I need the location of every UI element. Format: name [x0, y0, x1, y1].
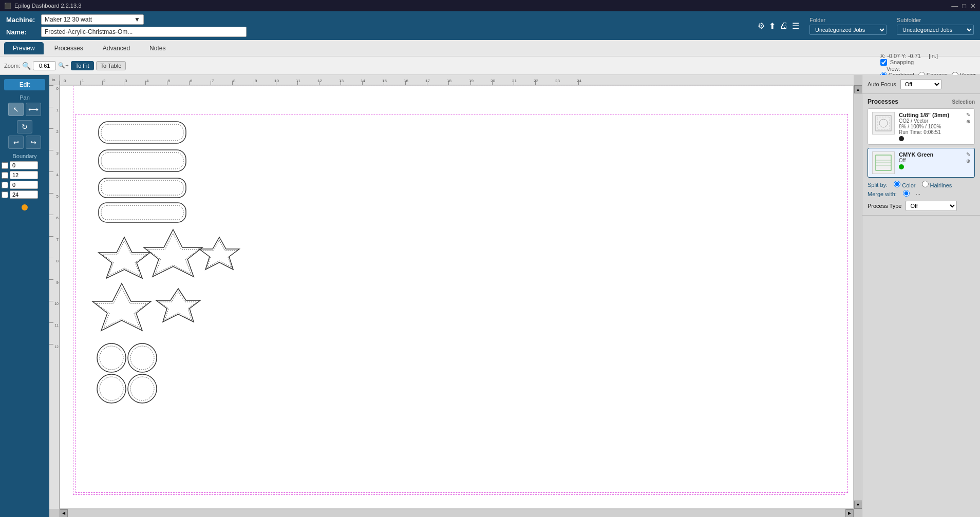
maximize-button[interactable]: □ — [962, 2, 966, 10]
tab-advanced[interactable]: Advanced — [94, 42, 139, 54]
vscroll-up-btn[interactable]: ▲ — [854, 85, 862, 93]
proc-sub1-1: CO2 / Vector — [899, 118, 962, 124]
boundary-row-3 — [2, 190, 48, 199]
folder-panel: Folder Uncategorized Jobs Subfolder Unca… — [809, 17, 974, 35]
process-card-1[interactable]: Cutting 1/8" (3mm) CO2 / Vector 8% / 100… — [868, 108, 975, 145]
minimize-button[interactable]: — — [951, 2, 958, 10]
rotate-tool-row: ↻ — [17, 120, 32, 133]
processes-section: Processes Selection Cutting 1/8" (3mm) C… — [862, 94, 980, 216]
proc-sub-2: Off — [899, 158, 962, 163]
close-button[interactable]: ✕ — [970, 2, 976, 10]
machine-select[interactable]: Maker 12 30 watt ▼ — [41, 14, 144, 25]
tab-preview[interactable]: Preview — [4, 42, 44, 54]
ruler-top: 0 1 2 3 4 5 6 7 8 9 10 — [60, 75, 854, 85]
proc-edit-btn-2[interactable]: ✎ — [966, 151, 970, 157]
svg-rect-7 — [101, 205, 183, 220]
upload-icon[interactable]: ⬆ — [769, 21, 776, 31]
warning-dot — [22, 204, 28, 210]
proc-sub3-1: Run Time: 0:06:51 — [899, 129, 962, 135]
process-type-row: Process Type Off Cut Engrave — [868, 201, 975, 211]
machine-toolbar-icons: ⚙ ⬆ 🖨 ☰ — [758, 21, 799, 31]
edit-button[interactable]: Edit — [4, 79, 45, 90]
proc-copy-btn-2[interactable]: ⊕ — [966, 158, 970, 164]
rotate-tool[interactable]: ↻ — [17, 120, 32, 133]
svg-point-28 — [879, 119, 888, 127]
canvas-white[interactable] — [60, 85, 854, 509]
zoom-in-icon[interactable]: 🔍+ — [58, 62, 68, 69]
tab-notes[interactable]: Notes — [141, 42, 174, 54]
process-type-select[interactable]: Off Cut Engrave — [906, 201, 957, 211]
boundary-input-1[interactable] — [10, 171, 38, 179]
boundary-input-3[interactable] — [10, 190, 38, 199]
name-label: Name: — [6, 28, 37, 36]
svg-marker-8 — [99, 237, 150, 278]
name-row: Name: Frosted-Acrylic-Christmas-Om... — [6, 27, 747, 37]
app-icon: ⬛ — [4, 3, 11, 9]
zoom-input[interactable] — [33, 61, 56, 70]
hscroll-left-btn[interactable]: ◀ — [60, 509, 68, 518]
svg-point-19 — [100, 346, 123, 370]
zoom-out-icon[interactable]: 🔍 — [22, 62, 31, 70]
proc-copy-btn-1[interactable]: ⊕ — [966, 119, 970, 124]
settings-icon[interactable]: ⚙ — [758, 21, 765, 31]
boundary-check-3[interactable] — [2, 192, 8, 198]
snapping-checkbox[interactable] — [880, 59, 887, 66]
svg-point-21 — [130, 346, 154, 370]
canvas-area[interactable]: in. 0 1 2 3 4 5 6 7 — [49, 75, 862, 517]
boundary-check-1[interactable] — [2, 172, 8, 179]
autofocus-label: Auto Focus — [868, 81, 896, 87]
svg-marker-9 — [102, 241, 147, 276]
folder-select[interactable]: Uncategorized Jobs — [809, 25, 887, 35]
undo-redo-row: ↩ ↪ — [8, 136, 41, 149]
autofocus-row: Auto Focus Off On — [868, 79, 975, 89]
svg-point-18 — [97, 343, 126, 372]
h-scrollbar[interactable]: ◀ ▶ — [60, 509, 854, 517]
undo-button[interactable]: ↩ — [8, 136, 24, 149]
hscroll-right-btn[interactable]: ▶ — [845, 509, 854, 518]
left-border-line — [73, 86, 73, 495]
boundary-row-0 — [2, 161, 48, 169]
select-tool[interactable]: ↖ — [8, 103, 24, 116]
menu-icon[interactable]: ☰ — [792, 21, 799, 31]
svg-rect-4 — [99, 178, 186, 198]
redo-button[interactable]: ↪ — [26, 136, 41, 149]
boundary-check-0[interactable] — [2, 162, 8, 169]
split-by-label: Split by: — [868, 182, 888, 188]
split-color-option[interactable]: Color — [894, 181, 915, 188]
process-info-2: CMYK Green Off — [899, 151, 962, 169]
title-text: Epilog Dashboard 2.2.13.3 — [14, 3, 81, 9]
boundary-input-0[interactable] — [10, 161, 38, 169]
proc-edit-btn-1[interactable]: ✎ — [966, 112, 970, 118]
print-icon[interactable]: 🖨 — [780, 21, 788, 30]
titlebar: ⬛ Epilog Dashboard 2.2.13.3 — □ ✕ — [0, 0, 980, 11]
merge-radio[interactable] — [903, 190, 910, 198]
tab-processes[interactable]: Processes — [46, 42, 92, 54]
to-fit-button[interactable]: To Fit — [71, 61, 94, 70]
svg-rect-26 — [876, 116, 891, 131]
subfolder-select[interactable]: Uncategorized Jobs — [897, 25, 974, 35]
boundary-check-2[interactable] — [2, 182, 8, 188]
boundary-input-2[interactable] — [10, 181, 38, 189]
snapping-area: Snapping — [880, 59, 976, 66]
vscroll-down-btn[interactable]: ▼ — [854, 501, 862, 509]
job-name-input[interactable]: Frosted-Acrylic-Christmas-Om... — [41, 27, 247, 37]
svg-point-22 — [97, 374, 126, 403]
window-controls: — □ ✕ — [951, 2, 976, 10]
boundary-row-1 — [2, 171, 48, 179]
process-dot-2 — [899, 164, 904, 169]
process-card-2[interactable]: CMYK Green Off ✎ ⊕ — [868, 148, 975, 178]
pan-tool[interactable]: ⟷ — [26, 103, 41, 116]
autofocus-select[interactable]: Off On — [900, 79, 941, 89]
v-scrollbar[interactable]: ▲ ▼ — [854, 85, 862, 509]
process-info-1: Cutting 1/8" (3mm) CO2 / Vector 8% / 100… — [899, 112, 962, 141]
subfolder-label: Subfolder — [897, 17, 974, 23]
toolbar: Zoom: 🔍 🔍+ To Fit To Table X: -0.07 Y: -… — [0, 56, 980, 75]
svg-rect-0 — [99, 122, 186, 143]
process-actions-1: ✎ ⊕ — [966, 112, 970, 124]
right-panel: Auto Focus Off On Processes Selection — [862, 75, 980, 517]
boundary-row-2 — [2, 181, 48, 189]
svg-marker-13 — [201, 240, 237, 267]
machine-bar: Machine: Maker 12 30 watt ▼ Name: Froste… — [0, 11, 980, 40]
to-table-button[interactable]: To Table — [96, 61, 126, 70]
split-hairlines-option[interactable]: Hairlines — [922, 181, 952, 188]
